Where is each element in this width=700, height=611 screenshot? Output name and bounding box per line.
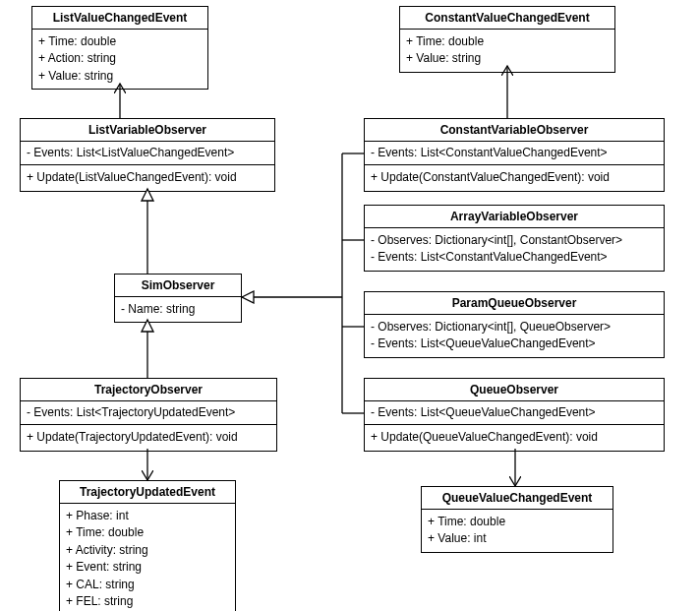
class-title: QueueObserver xyxy=(365,379,664,401)
class-title: ArrayVariableObserver xyxy=(365,206,664,228)
attr: + Time: double xyxy=(66,524,229,541)
class-attrs: - Name: string xyxy=(115,297,241,322)
op: + Update(ConstantValueChangedEvent): voi… xyxy=(371,169,658,186)
class-queuevaluechangedevent: QueueValueChangedEvent + Time: double + … xyxy=(421,486,613,553)
attr: + Action: string xyxy=(38,50,202,67)
class-attrs: - Events: List<ConstantValueChangedEvent… xyxy=(365,142,664,165)
class-trajectoryobserver: TrajectoryObserver - Events: List<Trajec… xyxy=(20,378,277,452)
attr: - Name: string xyxy=(121,301,235,318)
attr: - Events: List<ConstantValueChangedEvent… xyxy=(371,145,658,161)
class-title: TrajectoryObserver xyxy=(21,379,276,401)
class-title: SimObserver xyxy=(115,275,241,297)
class-attrs: + Time: double + Action: string + Value:… xyxy=(32,30,207,89)
attr: + Phase: int xyxy=(66,508,229,524)
class-constantvariableobserver: ConstantVariableObserver - Events: List<… xyxy=(364,118,665,192)
class-arrayvariableobserver: ArrayVariableObserver - Observes: Dictio… xyxy=(364,205,665,272)
class-title: TrajectoryUpdatedEvent xyxy=(60,481,235,504)
attr: + CAL: string xyxy=(66,577,229,593)
attr: + Activity: string xyxy=(66,542,229,559)
class-ops: + Update(ListValueChangedEvent): void xyxy=(21,165,274,190)
class-title: QueueValueChangedEvent xyxy=(422,487,612,510)
attr: + Value: string xyxy=(406,50,609,67)
class-ops: + Update(TrajectoryUpdatedEvent): void xyxy=(21,425,276,450)
attr: + Time: double xyxy=(406,33,609,50)
class-trajectoryupdatedevent: TrajectoryUpdatedEvent + Phase: int + Ti… xyxy=(59,480,236,611)
class-ops: + Update(QueueValueChangedEvent): void xyxy=(365,425,664,450)
class-title: ListVariableObserver xyxy=(21,119,274,142)
attr: + Time: double xyxy=(38,33,202,50)
class-attrs: - Events: List<ListValueChangedEvent> xyxy=(21,142,274,165)
class-attrs: - Observes: Dictionary<int[], QueueObser… xyxy=(365,315,664,357)
op: + Update(QueueValueChangedEvent): void xyxy=(371,429,658,446)
class-attrs: - Events: List<TrajectoryUpdatedEvent> xyxy=(21,401,276,425)
attr: + Event: string xyxy=(66,559,229,576)
class-ops: + Update(ConstantValueChangedEvent): voi… xyxy=(365,165,664,190)
class-listvariableobserver: ListVariableObserver - Events: List<List… xyxy=(20,118,275,192)
op: + Update(ListValueChangedEvent): void xyxy=(27,169,268,186)
class-attrs: - Observes: Dictionary<int[], ConstantOb… xyxy=(365,228,664,271)
attr: - Events: List<TrajectoryUpdatedEvent> xyxy=(27,404,270,421)
class-constantvaluechangedevent: ConstantValueChangedEvent + Time: double… xyxy=(399,6,615,73)
attr: - Events: List<QueueValueChangedEvent> xyxy=(371,404,658,421)
class-attrs: + Time: double + Value: string xyxy=(400,30,614,72)
attr: + Time: double xyxy=(428,514,607,530)
svg-marker-9 xyxy=(242,291,254,303)
attr: - Observes: Dictionary<int[], QueueObser… xyxy=(371,319,658,336)
class-simobserver: SimObserver - Name: string xyxy=(114,274,242,323)
class-attrs: + Phase: int + Time: double + Activity: … xyxy=(60,504,235,611)
attr: - Events: List<QueueValueChangedEvent> xyxy=(371,336,658,352)
attr: + FEL: string xyxy=(66,593,229,610)
class-title: ConstantVariableObserver xyxy=(365,119,664,142)
attr: - Events: List<ListValueChangedEvent> xyxy=(27,145,268,161)
class-listvaluechangedevent: ListValueChangedEvent + Time: double + A… xyxy=(31,6,208,90)
class-attrs: - Events: List<QueueValueChangedEvent> xyxy=(365,401,664,425)
class-queueobserver: QueueObserver - Events: List<QueueValueC… xyxy=(364,378,665,452)
attr: + Value: string xyxy=(38,68,202,85)
attr: - Observes: Dictionary<int[], ConstantOb… xyxy=(371,232,658,249)
attr: - Events: List<ConstantValueChangedEvent… xyxy=(371,249,658,266)
class-attrs: + Time: double + Value: int xyxy=(422,510,612,552)
class-title: ListValueChangedEvent xyxy=(32,7,207,30)
attr: + Value: int xyxy=(428,530,607,547)
op: + Update(TrajectoryUpdatedEvent): void xyxy=(27,429,270,446)
class-title: ConstantValueChangedEvent xyxy=(400,7,614,30)
class-paramqueueobserver: ParamQueueObserver - Observes: Dictionar… xyxy=(364,291,665,358)
class-title: ParamQueueObserver xyxy=(365,292,664,315)
